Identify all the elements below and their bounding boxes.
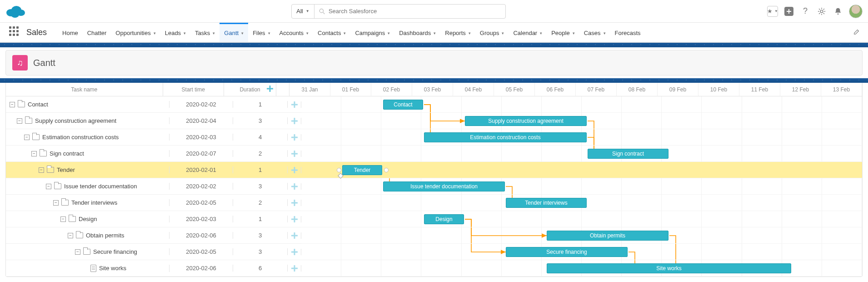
add-task-button[interactable] <box>288 232 301 239</box>
add-task-button[interactable] <box>288 134 301 141</box>
nav-tab[interactable]: Contacts▾ <box>313 23 350 42</box>
nav-tab[interactable]: People▾ <box>547 23 579 42</box>
nav-tab[interactable]: Chatter <box>83 23 111 42</box>
user-avatar[interactable] <box>849 5 863 18</box>
nav-tab-label: Tasks <box>195 30 210 36</box>
task-row[interactable]: −Sign contract2020-02-072 <box>6 146 301 162</box>
expand-toggle[interactable]: − <box>31 151 37 156</box>
nav-tab[interactable]: Dashboards▾ <box>394 23 440 42</box>
app-launcher-button[interactable] <box>9 26 21 38</box>
task-name: Site works <box>99 265 126 272</box>
bar-handle[interactable] <box>384 168 389 172</box>
task-start: 2020-02-05 <box>170 199 233 206</box>
col-header-duration[interactable]: Duration <box>224 83 276 96</box>
help-button[interactable]: ? <box>800 6 811 17</box>
setup-button[interactable] <box>816 6 827 17</box>
add-task-button[interactable] <box>288 151 301 157</box>
task-row[interactable]: −Issue tender documentation2020-02-023 <box>6 178 301 195</box>
expand-toggle[interactable]: − <box>10 102 15 107</box>
add-task-button[interactable] <box>288 167 301 173</box>
expand-toggle[interactable]: − <box>17 118 22 124</box>
task-row[interactable]: −Tender2020-02-011 <box>6 162 301 178</box>
bar-handle[interactable] <box>337 168 341 172</box>
gantt-bar[interactable]: Site works <box>547 263 791 273</box>
nav-tab[interactable]: Forecasts <box>610 23 645 42</box>
nav-tab[interactable]: Reports▾ <box>440 23 475 42</box>
task-row[interactable]: −Secure financing2020-02-053 <box>6 244 301 260</box>
gantt-bar[interactable]: Tender interviews <box>506 198 587 208</box>
col-header-start[interactable]: Start time <box>163 83 224 96</box>
plus-icon <box>291 118 298 124</box>
task-name: Design <box>79 216 97 222</box>
expand-toggle[interactable]: − <box>24 135 30 140</box>
add-task-button[interactable] <box>288 249 301 255</box>
task-row[interactable]: −Obtain permits2020-02-063 <box>6 227 301 244</box>
svg-line-13 <box>823 13 824 14</box>
favorites-button[interactable]: ★▼ <box>767 6 778 17</box>
nav-tab[interactable]: Accounts▾ <box>275 23 313 42</box>
add-task-button[interactable] <box>288 118 301 124</box>
plus-icon <box>291 167 298 173</box>
nav-tab[interactable]: Tasks▾ <box>190 23 219 42</box>
plus-icon <box>267 86 273 92</box>
expand-toggle[interactable]: − <box>60 217 66 222</box>
task-row[interactable]: −Supply construction agreement2020-02-04… <box>6 113 301 129</box>
task-start: 2020-02-02 <box>170 183 233 190</box>
add-task-button[interactable] <box>288 101 301 108</box>
add-task-button[interactable] <box>288 200 301 206</box>
task-row[interactable]: −Estimation construction costs2020-02-03… <box>6 129 301 146</box>
folder-icon <box>32 134 40 140</box>
add-task-button[interactable] <box>288 265 301 272</box>
expand-toggle[interactable]: − <box>39 167 44 173</box>
gantt-bar[interactable]: Estimation construction costs <box>424 132 587 142</box>
timeline-row: Design <box>301 211 862 227</box>
folder-icon <box>25 118 32 124</box>
nav-tab[interactable]: Gantt▾ <box>219 23 248 42</box>
add-button[interactable] <box>783 6 794 17</box>
gantt-bar[interactable]: Supply construction agreement <box>465 116 587 126</box>
task-name: Sign contract <box>50 150 84 157</box>
gantt-bar[interactable]: Design <box>424 214 464 224</box>
task-row[interactable]: −Tender interviews2020-02-052 <box>6 195 301 211</box>
nav-tab[interactable]: Calendar▾ <box>509 23 547 42</box>
task-row[interactable]: −Contact2020-02-021 <box>6 96 301 113</box>
nav-tab[interactable]: Cases▾ <box>579 23 610 42</box>
expand-toggle[interactable]: − <box>75 249 80 255</box>
expand-toggle[interactable]: − <box>46 184 51 189</box>
search-scope-dropdown[interactable]: All ▼ <box>292 5 314 18</box>
expand-toggle[interactable]: − <box>53 200 59 206</box>
gantt-bar[interactable]: Issue tender documentation <box>383 181 505 191</box>
timeline-tick: 13 Feb <box>821 83 862 96</box>
timeline-row: Obtain permits <box>301 227 862 244</box>
task-duration: 1 <box>233 216 288 222</box>
plus-icon <box>291 200 298 206</box>
chevron-down-icon: ▾ <box>241 31 244 35</box>
page-header: ♫ Gantt <box>5 50 863 76</box>
nav-tab[interactable]: Groups▾ <box>475 23 509 42</box>
gantt-bar[interactable]: Obtain permits <box>547 231 668 241</box>
gantt-bar[interactable]: Contact <box>383 100 423 110</box>
task-row[interactable]: Site works2020-02-066 <box>6 260 301 277</box>
chevron-down-icon: ▾ <box>540 31 542 35</box>
gantt-bar[interactable]: Sign contract <box>588 149 668 159</box>
notifications-button[interactable] <box>833 6 843 17</box>
gantt-bar[interactable]: Tender <box>342 165 382 175</box>
gantt-bar[interactable]: Secure financing <box>506 247 628 257</box>
folder-icon <box>54 183 61 189</box>
nav-tab[interactable]: Leads▾ <box>160 23 190 42</box>
add-task-button[interactable] <box>288 183 301 190</box>
col-header-task[interactable]: Task name <box>6 83 163 96</box>
nav-tab[interactable]: Campaigns▾ <box>350 23 394 42</box>
timeline-tick: 06 Feb <box>535 83 576 96</box>
nav-tab[interactable]: Files▾ <box>248 23 274 42</box>
nav-tab[interactable]: Home <box>58 23 83 42</box>
task-row[interactable]: −Design2020-02-031 <box>6 211 301 227</box>
gantt-bar-label: Contact <box>394 101 412 108</box>
edit-nav-button[interactable] <box>853 29 860 36</box>
nav-tab[interactable]: Opportunities▾ <box>111 23 160 42</box>
task-duration: 2 <box>233 199 288 206</box>
add-column-button[interactable] <box>267 86 273 93</box>
search-input[interactable] <box>329 8 501 15</box>
add-task-button[interactable] <box>288 216 301 222</box>
expand-toggle[interactable]: − <box>68 233 73 238</box>
